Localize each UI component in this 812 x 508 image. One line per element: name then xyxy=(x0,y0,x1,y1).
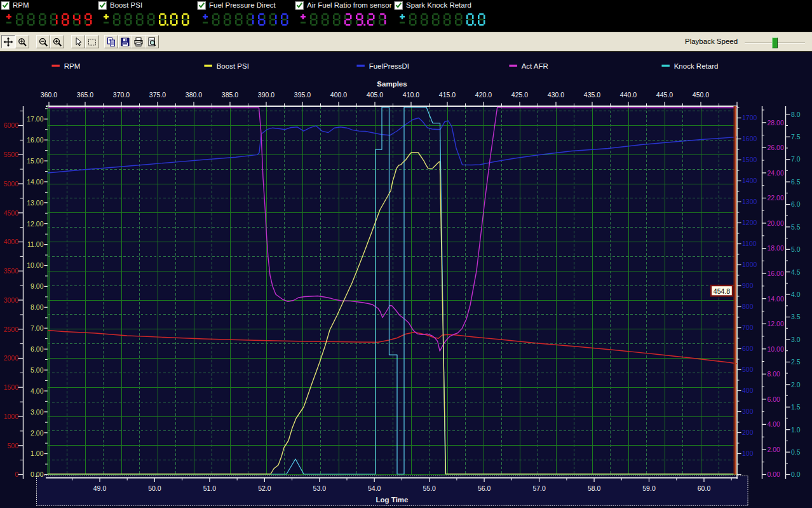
svg-text:57.0: 57.0 xyxy=(532,484,546,492)
svg-text:410.0: 410.0 xyxy=(403,91,419,99)
svg-text:3.0: 3.0 xyxy=(791,336,801,343)
svg-text:430.0: 430.0 xyxy=(548,91,564,99)
svg-text:4.00: 4.00 xyxy=(768,420,781,428)
svg-text:8.00: 8.00 xyxy=(30,303,44,311)
svg-text:365.0: 365.0 xyxy=(77,91,93,99)
svg-text:400: 400 xyxy=(742,387,754,394)
svg-text:5000: 5000 xyxy=(4,180,19,188)
svg-text:Boost PSI: Boost PSI xyxy=(217,62,249,70)
svg-text:9.00: 9.00 xyxy=(30,282,44,290)
svg-text:5.00: 5.00 xyxy=(30,366,44,374)
svg-text:4.5: 4.5 xyxy=(791,268,801,276)
svg-text:FuelPressDI: FuelPressDI xyxy=(369,62,409,70)
svg-text:800: 800 xyxy=(742,303,754,310)
svg-text:445.0: 445.0 xyxy=(656,91,673,99)
svg-text:Samples: Samples xyxy=(377,80,407,88)
svg-text:1400: 1400 xyxy=(742,177,757,184)
svg-text:14.00: 14.00 xyxy=(27,178,43,186)
svg-text:51.0: 51.0 xyxy=(203,484,217,492)
svg-text:28.00: 28.00 xyxy=(768,119,784,127)
svg-text:10.00: 10.00 xyxy=(27,261,43,269)
svg-text:1500: 1500 xyxy=(4,383,19,391)
svg-text:500: 500 xyxy=(7,442,18,450)
svg-text:200: 200 xyxy=(742,429,754,436)
svg-text:375.0: 375.0 xyxy=(149,91,166,99)
svg-text:26.00: 26.00 xyxy=(768,144,784,151)
svg-text:4500: 4500 xyxy=(4,209,19,217)
svg-text:500: 500 xyxy=(742,366,754,373)
svg-text:395.0: 395.0 xyxy=(294,91,311,99)
svg-text:1300: 1300 xyxy=(742,198,757,205)
svg-text:Knock Retard: Knock Retard xyxy=(674,62,719,70)
svg-text:6.00: 6.00 xyxy=(768,395,781,403)
svg-text:0.00: 0.00 xyxy=(30,470,44,478)
svg-text:Act AFR: Act AFR xyxy=(522,62,548,70)
svg-text:49.0: 49.0 xyxy=(93,484,107,492)
svg-text:10.00: 10.00 xyxy=(768,345,784,353)
svg-text:900: 900 xyxy=(742,282,754,289)
svg-text:Log Time: Log Time xyxy=(376,496,409,504)
svg-text:15.00: 15.00 xyxy=(27,157,43,165)
svg-text:1200: 1200 xyxy=(742,219,757,226)
svg-text:1000: 1000 xyxy=(742,261,757,268)
svg-text:RPM: RPM xyxy=(64,62,81,70)
svg-text:0.00: 0.00 xyxy=(768,470,781,478)
svg-text:360.0: 360.0 xyxy=(41,91,57,99)
svg-text:400.0: 400.0 xyxy=(330,91,347,99)
svg-text:600: 600 xyxy=(742,345,754,352)
svg-text:16.00: 16.00 xyxy=(768,270,784,277)
svg-text:4000: 4000 xyxy=(4,238,19,245)
svg-text:2.0: 2.0 xyxy=(791,381,801,388)
svg-text:385.0: 385.0 xyxy=(222,91,238,99)
svg-text:370.0: 370.0 xyxy=(113,91,130,99)
svg-text:1700: 1700 xyxy=(742,114,757,121)
svg-text:7.0: 7.0 xyxy=(791,155,801,163)
svg-text:7.5: 7.5 xyxy=(791,133,801,141)
svg-text:380.0: 380.0 xyxy=(186,91,202,99)
svg-text:700: 700 xyxy=(742,324,754,331)
svg-text:2500: 2500 xyxy=(4,326,19,333)
svg-text:440.0: 440.0 xyxy=(620,91,637,99)
svg-text:2.00: 2.00 xyxy=(768,446,781,453)
svg-text:1100: 1100 xyxy=(742,240,757,247)
svg-text:1.5: 1.5 xyxy=(791,403,801,411)
svg-text:6.00: 6.00 xyxy=(30,345,44,353)
svg-text:14.00: 14.00 xyxy=(768,295,784,303)
svg-text:4.00: 4.00 xyxy=(30,387,44,395)
svg-text:7.00: 7.00 xyxy=(30,324,44,332)
svg-text:56.0: 56.0 xyxy=(478,484,491,492)
svg-text:3.00: 3.00 xyxy=(30,408,44,416)
svg-text:3.5: 3.5 xyxy=(791,313,801,320)
svg-text:8.00: 8.00 xyxy=(768,370,781,378)
svg-text:300: 300 xyxy=(742,408,754,415)
svg-text:24.00: 24.00 xyxy=(768,169,784,177)
svg-text:0.0: 0.0 xyxy=(791,470,801,478)
svg-text:390.0: 390.0 xyxy=(258,91,274,99)
svg-text:1.0: 1.0 xyxy=(791,426,801,434)
svg-text:12.00: 12.00 xyxy=(27,220,43,228)
svg-text:58.0: 58.0 xyxy=(588,484,601,492)
svg-text:12.00: 12.00 xyxy=(768,320,784,327)
svg-text:2.00: 2.00 xyxy=(30,429,44,437)
svg-text:2.5: 2.5 xyxy=(791,358,801,366)
svg-text:3000: 3000 xyxy=(4,296,19,304)
svg-text:6000: 6000 xyxy=(4,121,19,129)
svg-text:450.0: 450.0 xyxy=(693,91,709,99)
svg-text:60.0: 60.0 xyxy=(698,484,711,492)
svg-text:18.00: 18.00 xyxy=(768,244,784,252)
svg-text:2000: 2000 xyxy=(4,354,19,362)
svg-text:54.0: 54.0 xyxy=(368,484,381,492)
svg-text:435.0: 435.0 xyxy=(584,91,600,99)
svg-text:405.0: 405.0 xyxy=(367,91,383,99)
svg-text:59.0: 59.0 xyxy=(642,484,656,492)
svg-text:1500: 1500 xyxy=(742,156,757,163)
svg-text:6.0: 6.0 xyxy=(791,200,801,208)
svg-text:425.0: 425.0 xyxy=(511,91,528,99)
svg-text:1.00: 1.00 xyxy=(30,450,44,457)
svg-text:1000: 1000 xyxy=(4,413,19,420)
svg-text:4.0: 4.0 xyxy=(791,291,801,298)
svg-text:11.00: 11.00 xyxy=(27,240,44,248)
svg-text:20.00: 20.00 xyxy=(768,219,784,227)
svg-text:3500: 3500 xyxy=(4,267,19,275)
svg-text:100: 100 xyxy=(742,450,754,457)
